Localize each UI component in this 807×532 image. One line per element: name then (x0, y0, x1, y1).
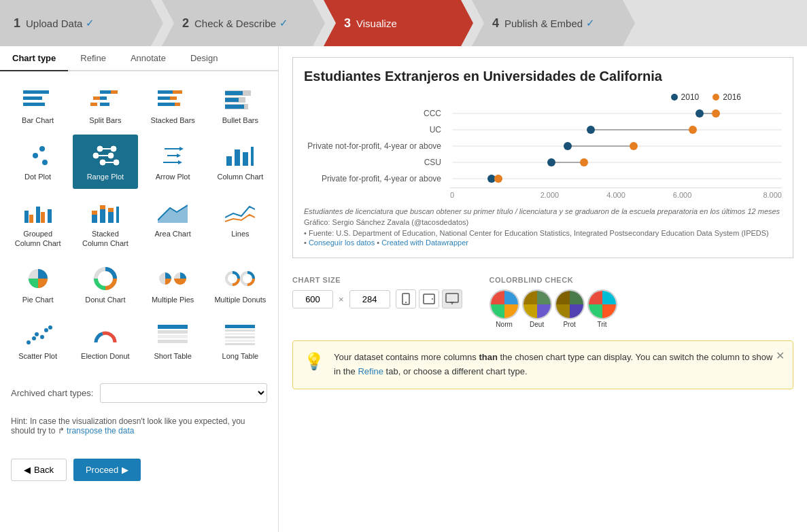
transpose-link[interactable]: transpose the data (67, 426, 134, 436)
chart-item-bar-chart[interactable]: Bar Chart (5, 78, 70, 132)
device-icons (396, 289, 462, 308)
chart-legend: 2010 2016 (304, 92, 782, 102)
stacked-column-icon (89, 200, 122, 226)
chart-source-label: Gráfico: Sergio Sánchez Zavala (@tacosde… (304, 218, 782, 226)
mobile-large-icon[interactable] (419, 289, 439, 308)
chart-tabs: Chart type Refine Annotate Design (0, 46, 278, 71)
multiple-pies-label: Multiple Pies (152, 295, 194, 304)
svg-rect-40 (226, 156, 232, 166)
svg-rect-46 (36, 207, 40, 223)
chart-item-column-chart[interactable]: Column Chart (208, 135, 273, 188)
svg-rect-14 (158, 103, 175, 106)
tab-annotate[interactable]: Annotate (118, 46, 178, 71)
svg-rect-50 (92, 211, 97, 215)
width-input[interactable] (292, 290, 333, 308)
bar-chart-icon (22, 86, 54, 112)
tab-refine[interactable]: Refine (68, 46, 118, 71)
chart-item-range-plot[interactable]: Range Plot (73, 135, 137, 188)
chart-item-area-chart[interactable]: Area Chart (141, 192, 205, 255)
step-2-label: Check & Describe (194, 18, 276, 29)
chart-item-stacked-bars[interactable]: Stacked Bars (141, 78, 205, 132)
svg-rect-9 (90, 103, 97, 106)
svg-point-23 (33, 153, 38, 158)
svg-point-66 (44, 328, 48, 332)
lines-icon (224, 200, 256, 226)
svg-point-33 (114, 160, 119, 165)
chart-item-split-bars[interactable]: Split Bars (73, 78, 137, 132)
chart-item-grouped-column[interactable]: Grouped Column Chart (5, 192, 70, 255)
colorblind-group: COLORBLIND CHECK Norm (490, 276, 617, 328)
cb-norm[interactable]: Norm (490, 289, 519, 328)
svg-rect-12 (158, 96, 170, 100)
cb-deut[interactable]: Deut (522, 289, 552, 328)
chart-controls: CHART SIZE × (292, 269, 793, 335)
row-visual (452, 140, 782, 152)
scatter-plot-icon (22, 322, 54, 348)
proceed-button[interactable]: Proceed ▶ (73, 459, 141, 481)
svg-rect-5 (111, 90, 118, 94)
stacked-bars-icon (156, 86, 189, 112)
row-label: Private for-profit, 4-year or above (304, 174, 447, 183)
archived-select[interactable] (100, 383, 267, 403)
chart-item-election-donut[interactable]: Election Donut (73, 314, 137, 368)
svg-rect-1 (23, 96, 42, 100)
chart-item-multiple-donuts[interactable]: Multiple Donuts (208, 258, 273, 311)
chart-item-multiple-pies[interactable]: Multiple Pies (141, 258, 205, 311)
back-arrow: ◀ (24, 465, 31, 475)
wizard-step-4[interactable]: 4 Publish & Embed ✓ (472, 0, 635, 46)
chart-item-arrow-plot[interactable]: Arrow Plot (141, 135, 205, 188)
svg-rect-42 (243, 152, 248, 166)
svg-rect-82 (446, 294, 458, 302)
step-1-check: ✓ (86, 17, 95, 29)
chart-datawrapper-link[interactable]: Created with Datawrapper (381, 238, 468, 247)
chart-item-short-table[interactable]: Short Table (141, 314, 205, 368)
svg-point-65 (40, 335, 44, 339)
wizard-step-2[interactable]: 2 Check & Describe ✓ (162, 0, 325, 46)
multiple-pies-icon (156, 266, 189, 291)
svg-point-63 (32, 336, 36, 340)
step-3-num: 3 (344, 16, 351, 31)
dot-2016 (580, 158, 588, 166)
step-4-num: 4 (492, 16, 499, 31)
dot-2010 (564, 142, 572, 150)
lines-label: Lines (231, 229, 249, 238)
svg-rect-68 (158, 325, 188, 329)
chart-item-dot-plot[interactable]: Dot Plot (5, 135, 70, 188)
legend-label-2010: 2010 (681, 92, 700, 102)
row-label: Private not-for-profit, 4-year or above (304, 141, 447, 151)
column-chart-label: Column Chart (217, 172, 263, 181)
mobile-small-icon[interactable] (396, 289, 416, 308)
chart-item-pie-chart[interactable]: Pie Chart (5, 258, 70, 311)
back-button[interactable]: ◀ Back (11, 459, 67, 481)
svg-point-62 (27, 340, 31, 344)
wizard-step-3[interactable]: 3 Visualize (324, 0, 473, 46)
row-label: UC (304, 125, 447, 135)
chart-item-stacked-column[interactable]: Stacked Column Chart (73, 192, 137, 255)
refine-link[interactable]: Refine (358, 366, 383, 376)
tab-design[interactable]: Design (178, 46, 230, 71)
chart-data-link[interactable]: Conseguir los datos (309, 238, 375, 247)
cb-trit[interactable]: Trit (587, 289, 617, 328)
wizard-step-1[interactable]: 1 Upload Data ✓ (0, 0, 163, 46)
svg-rect-13 (170, 96, 177, 100)
election-donut-label: Election Donut (81, 351, 130, 361)
svg-rect-17 (225, 91, 243, 95)
height-input[interactable] (349, 290, 390, 308)
chart-item-scatter-plot[interactable]: Scatter Plot (5, 314, 70, 368)
legend-2010: 2010 (671, 92, 700, 102)
svg-rect-75 (225, 336, 255, 338)
bullet-bars-icon (224, 86, 256, 112)
colorblind-label: COLORBLIND CHECK (490, 276, 617, 284)
desktop-icon[interactable] (442, 289, 462, 308)
chart-row: CCC (304, 107, 782, 120)
stacked-bars-label: Stacked Bars (150, 116, 194, 125)
chart-item-donut-chart[interactable]: Donut Chart (73, 258, 137, 311)
election-donut-icon (89, 322, 122, 348)
cb-prot[interactable]: Prot (555, 289, 585, 328)
tab-chart-type[interactable]: Chart type (0, 46, 68, 71)
warning-close-button[interactable]: ✕ (776, 349, 785, 362)
chart-item-lines[interactable]: Lines (208, 192, 273, 255)
chart-item-long-table[interactable]: Long Table (208, 314, 273, 368)
chart-item-bullet-bars[interactable]: Bullet Bars (208, 78, 273, 132)
svg-marker-37 (179, 147, 184, 151)
